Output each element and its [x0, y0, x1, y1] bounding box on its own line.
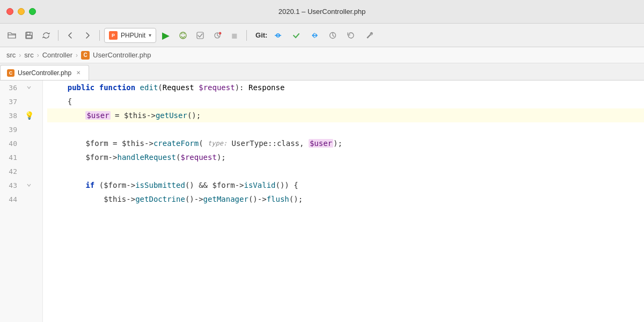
code-content[interactable]: public function edit ( Request $request … — [43, 80, 644, 322]
method-edit: edit — [140, 83, 158, 92]
code-line-36: public function edit ( Request $request … — [47, 80, 644, 94]
var-user-40: $user — [309, 139, 333, 148]
git-check-icon — [292, 31, 301, 40]
separator-1 — [58, 30, 58, 41]
stop-button[interactable]: ◼ — [227, 28, 242, 43]
breadcrumb: src › src › Controller › C UserControlle… — [0, 47, 644, 63]
profile-button[interactable]: ! — [210, 28, 225, 43]
keyword-if: if — [85, 181, 94, 189]
breadcrumb-src2[interactable]: src — [24, 51, 33, 59]
close-button[interactable] — [6, 8, 13, 15]
breadcrumb-src1[interactable]: src — [6, 51, 16, 59]
svg-point-4 — [181, 33, 182, 34]
var-form-40: $form — [85, 139, 108, 148]
separator-2 — [99, 30, 100, 41]
fold-icon-36[interactable] — [24, 85, 34, 90]
git-commit-icon — [274, 31, 282, 40]
line-number-42: 42 — [0, 167, 24, 175]
editor-gutter: 36 37 38 💡 39 40 41 — [0, 80, 43, 322]
indent-36 — [49, 83, 68, 92]
line-number-38: 38 — [0, 112, 24, 120]
breadcrumb-controller[interactable]: Controller — [42, 51, 72, 59]
forward-button[interactable] — [80, 28, 95, 43]
svg-rect-1 — [27, 32, 30, 35]
gutter-row-39: 39 — [0, 122, 42, 136]
method-getuser: getUser — [156, 111, 187, 120]
code-line-41: $form -> handleRequest ( $request ); — [47, 150, 644, 164]
tab-label: UserController.php — [18, 69, 71, 77]
line-number-39: 39 — [0, 126, 24, 134]
git-commit-button[interactable] — [270, 28, 286, 43]
code-line-38: $user = $this -> getUser (); — [47, 108, 644, 122]
save-button[interactable] — [21, 28, 36, 43]
svg-point-5 — [184, 33, 185, 34]
tab-usercontroller[interactable]: C UserController.php ✕ — [0, 65, 89, 80]
method-isvalid: isValid — [244, 181, 275, 189]
gutter-row-40: 40 — [0, 136, 42, 150]
gutter-row-43: 43 — [0, 178, 42, 192]
wrench-icon — [365, 31, 374, 40]
git-history-button[interactable] — [325, 28, 340, 43]
tab-close-button[interactable]: ✕ — [75, 69, 82, 77]
git-check-button[interactable] — [289, 28, 304, 43]
folder-icon — [8, 32, 16, 39]
sync-button[interactable] — [39, 28, 54, 43]
traffic-lights — [6, 8, 36, 15]
line-number-36: 36 — [0, 84, 24, 92]
git-history-icon — [328, 31, 337, 40]
back-icon — [67, 32, 74, 39]
line-number-40: 40 — [0, 140, 24, 148]
svg-rect-2 — [26, 35, 32, 38]
type-request: Request — [163, 83, 194, 92]
breadcrumb-file[interactable]: UserController.php — [93, 51, 151, 59]
fold-arrow-36 — [26, 85, 32, 90]
code-line-44: $this -> getDoctrine ()-> getManager ()-… — [47, 192, 644, 206]
method-getmanager: getManager — [203, 195, 248, 203]
sync-icon — [42, 32, 50, 39]
line-number-43: 43 — [0, 181, 24, 189]
git-update-button[interactable] — [307, 28, 322, 43]
svg-text:!: ! — [219, 32, 219, 34]
forward-icon — [84, 32, 91, 39]
code-line-37: { — [47, 94, 644, 108]
editor: 36 37 38 💡 39 40 41 — [0, 80, 644, 322]
back-button[interactable] — [63, 28, 78, 43]
run-config-dropdown[interactable]: P PHPUnit ▾ — [104, 28, 156, 43]
git-update-icon — [310, 31, 319, 40]
run-button[interactable]: ▶ — [158, 28, 173, 43]
gutter-row-44: 44 — [0, 192, 42, 206]
code-line-42 — [47, 164, 644, 178]
git-settings-button[interactable] — [362, 28, 377, 43]
git-rollback-button[interactable] — [343, 28, 358, 43]
run-config-label: PHPUnit — [121, 32, 145, 39]
gutter-row-37: 37 — [0, 94, 42, 108]
line-number-44: 44 — [0, 195, 24, 203]
breadcrumb-sep-2: › — [37, 52, 39, 59]
breadcrumb-file-icon: C — [81, 51, 90, 60]
method-createform: createForm — [153, 139, 199, 148]
type-response: Response — [248, 83, 284, 92]
keyword-public: public — [68, 83, 95, 92]
minimize-button[interactable] — [18, 8, 25, 15]
method-getdoctrine: getDoctrine — [135, 195, 185, 203]
gutter-row-41: 41 — [0, 150, 42, 164]
coverage-icon — [196, 31, 204, 40]
code-line-43: if ( $form -> isSubmitted () && $form ->… — [47, 178, 644, 192]
var-user-38: $user — [85, 111, 110, 120]
var-request: $request — [199, 83, 235, 92]
debug-button[interactable] — [175, 28, 191, 43]
code-line-40: $form = $this -> createForm ( type: User… — [47, 136, 644, 150]
coverage-button[interactable] — [193, 28, 208, 43]
bulb-icon-38[interactable]: 💡 — [24, 111, 34, 120]
debug-icon — [179, 31, 187, 40]
open-folder-button[interactable] — [4, 28, 19, 43]
method-issubmitted: isSubmitted — [135, 181, 185, 189]
git-rollback-icon — [347, 31, 355, 40]
hint-type: type: — [208, 140, 227, 147]
gutter-row-38: 38 💡 — [0, 108, 42, 122]
save-icon — [25, 32, 33, 39]
maximize-button[interactable] — [29, 8, 36, 15]
fold-arrow-43 — [26, 182, 32, 188]
var-request-41: $request — [180, 153, 216, 162]
fold-icon-43[interactable] — [24, 182, 34, 188]
